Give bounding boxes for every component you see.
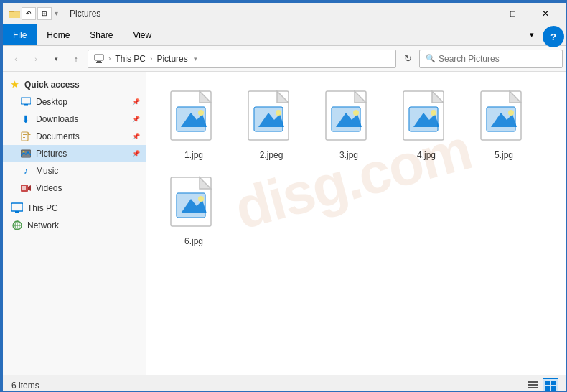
file-name-3jpg: 3.jpg <box>339 150 358 160</box>
quick-access-toolbar: ↶ ⊞ ▾ <box>9 7 60 20</box>
file-item-3jpg[interactable]: 3.jpg <box>313 83 385 164</box>
svg-rect-7 <box>24 104 28 106</box>
tab-share[interactable]: Share <box>80 24 123 45</box>
file-name-2jpeg: 2.jpeg <box>260 150 284 160</box>
sidebar-item-desktop[interactable]: Desktop 📌 <box>3 93 146 111</box>
sidebar-item-pictures[interactable]: Pictures 📌 <box>3 145 146 162</box>
expand-icon: ▾ <box>530 30 534 39</box>
window-title: Pictures <box>70 9 464 19</box>
close-button[interactable]: ✕ <box>529 3 561 24</box>
file-icon-1jpg <box>165 90 222 147</box>
dropdown-arrow[interactable]: ▾ <box>55 9 58 17</box>
svg-point-56 <box>431 110 436 116</box>
tab-home[interactable]: Home <box>37 24 80 45</box>
svg-rect-6 <box>21 98 31 104</box>
svg-rect-71 <box>528 381 538 383</box>
file-icon-5jpg <box>475 90 533 147</box>
item-count: 6 items <box>11 381 39 391</box>
search-box: 🔍 <box>419 50 563 68</box>
ribbon-expand[interactable]: ▾ <box>524 24 540 45</box>
view-buttons <box>525 378 558 393</box>
path-sep-2: › <box>150 55 152 62</box>
details-view-button[interactable] <box>525 378 541 393</box>
svg-rect-4 <box>97 61 101 62</box>
sidebar-documents-pin: 📌 <box>132 133 140 140</box>
file-item-6jpg[interactable]: 6.jpg <box>158 169 230 250</box>
minimize-button[interactable]: — <box>464 3 497 24</box>
svg-point-35 <box>198 110 204 116</box>
sidebar-network-label: Network <box>27 220 140 230</box>
file-icon-3jpg <box>320 90 378 147</box>
svg-point-49 <box>353 110 359 116</box>
svg-point-70 <box>198 196 204 202</box>
window-controls: — □ ✕ <box>464 3 561 24</box>
network-icon <box>11 220 23 231</box>
path-sep-1: › <box>108 55 111 62</box>
file-item-2jpeg[interactable]: 2.jpeg <box>235 83 307 164</box>
documents-icon <box>20 131 32 142</box>
file-icon-6jpg <box>165 176 222 233</box>
svg-rect-12 <box>23 137 25 138</box>
status-bar: 6 items <box>3 375 567 392</box>
pictures-icon <box>20 148 32 159</box>
svg-rect-3 <box>95 55 103 60</box>
details-icon <box>528 381 538 391</box>
svg-rect-23 <box>15 211 19 213</box>
files-grid: 1.jpg 2.jpeg <box>152 83 561 250</box>
sidebar-item-music[interactable]: ♪ Music <box>3 162 146 179</box>
refresh-button[interactable]: ↻ <box>399 50 416 67</box>
sidebar-item-videos[interactable]: Videos <box>3 179 146 197</box>
sidebar: ★ Quick access Desktop 📌 ⬇ Downloads <box>3 72 146 375</box>
path-dropdown-icon[interactable]: ▾ <box>194 55 197 62</box>
sidebar-item-thispc[interactable]: This PC <box>3 200 146 217</box>
search-input[interactable] <box>439 54 556 64</box>
title-bar: ↶ ⊞ ▾ Pictures — □ ✕ <box>3 3 567 24</box>
back-button[interactable]: ‹ <box>7 50 24 67</box>
sidebar-item-downloads[interactable]: ⬇ Downloads 📌 <box>3 111 146 128</box>
tab-file[interactable]: File <box>3 24 37 45</box>
thispc-icon <box>11 202 23 214</box>
sidebar-item-network[interactable]: Network <box>3 217 146 234</box>
music-icon: ♪ <box>20 165 32 177</box>
file-item-1jpg[interactable]: 1.jpg <box>158 83 230 164</box>
up-button[interactable]: ↑ <box>67 50 85 67</box>
properties-button[interactable]: ⊞ <box>37 7 52 20</box>
svg-rect-8 <box>22 106 29 106</box>
sidebar-desktop-pin: 📌 <box>132 98 140 106</box>
maximize-button[interactable]: □ <box>497 3 529 24</box>
path-this-pc[interactable]: This PC <box>115 54 146 64</box>
sidebar-section-quickaccess[interactable]: ★ Quick access <box>3 76 146 93</box>
svg-rect-75 <box>551 381 556 385</box>
path-pictures[interactable]: Pictures <box>156 54 187 64</box>
desktop-icon <box>20 96 32 108</box>
sidebar-pictures-label: Pictures <box>36 149 128 159</box>
recent-locations-button[interactable]: ▾ <box>47 50 65 67</box>
sidebar-item-documents[interactable]: Documents 📌 <box>3 128 146 145</box>
sidebar-downloads-pin: 📌 <box>132 116 140 123</box>
help-button[interactable]: ? <box>543 26 564 47</box>
sidebar-music-label: Music <box>36 166 140 176</box>
sidebar-downloads-label: Downloads <box>36 114 128 124</box>
address-path: › This PC › Pictures ▾ <box>88 50 396 68</box>
file-item-5jpg[interactable]: 5.jpg <box>468 83 540 164</box>
large-icons-view-button[interactable] <box>543 378 558 393</box>
forward-button[interactable]: › <box>27 50 44 67</box>
svg-rect-2 <box>9 12 20 18</box>
svg-rect-22 <box>11 203 23 211</box>
sidebar-desktop-label: Desktop <box>36 97 128 107</box>
svg-rect-76 <box>545 386 550 391</box>
svg-rect-72 <box>528 384 538 386</box>
svg-rect-20 <box>22 186 24 190</box>
undo-button[interactable]: ↶ <box>22 7 36 20</box>
sidebar-documents-label: Documents <box>36 131 128 141</box>
downloads-icon: ⬇ <box>20 113 32 125</box>
file-name-4jpg: 4.jpg <box>417 150 436 160</box>
sidebar-quickaccess-label: Quick access <box>24 80 140 90</box>
file-item-4jpg[interactable]: 4.jpg <box>390 83 462 164</box>
sidebar-thispc-label: This PC <box>27 203 140 213</box>
svg-rect-11 <box>23 136 27 136</box>
tab-view[interactable]: View <box>123 24 161 45</box>
folder-icon <box>9 8 20 19</box>
address-bar: ‹ › ▾ ↑ › This PC › Pictures ▾ ↻ 🔍 <box>3 46 567 72</box>
svg-rect-73 <box>528 387 538 388</box>
